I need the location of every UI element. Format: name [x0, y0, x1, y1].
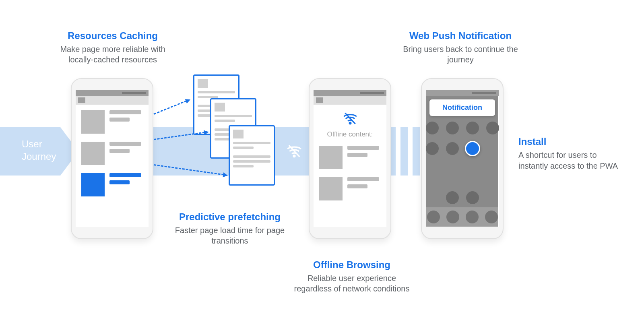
user-journey-line1: User	[22, 138, 42, 149]
label-install: Install A shortcut for users to instantl…	[518, 136, 623, 171]
app-icon	[466, 122, 479, 134]
wifi-off-icon	[284, 143, 304, 159]
app-icon	[486, 122, 499, 134]
app-icon	[466, 211, 479, 223]
phone-offline: Offline content:	[309, 78, 391, 239]
offline-content-label: Offline content:	[314, 130, 386, 138]
homescreen: Notification	[426, 96, 498, 227]
push-title: Web Push Notification	[396, 30, 525, 41]
list-item	[314, 138, 386, 171]
prefetch-sub: Faster page load time for page transitio…	[167, 225, 292, 246]
phone-install: Notification	[421, 78, 504, 239]
wifi-off-icon	[341, 111, 359, 126]
list-item-active	[76, 167, 149, 199]
app-icon	[426, 142, 439, 155]
phone-toolbar	[314, 96, 386, 105]
phone-offline-screen: Offline content:	[314, 90, 386, 227]
user-journey-label: User Journey	[22, 138, 56, 163]
app-icon	[485, 211, 498, 223]
prefetch-arrow	[153, 100, 187, 115]
install-sub: A shortcut for users to instantly access…	[518, 150, 623, 171]
caching-sub: Make page more reliable with locally-cac…	[48, 44, 177, 65]
app-icon	[446, 142, 459, 155]
phone-status-bar	[426, 90, 499, 96]
caching-title: Resources Caching	[48, 30, 177, 41]
app-icon	[446, 122, 459, 134]
app-icon	[426, 122, 439, 134]
app-icon-grid	[429, 122, 495, 155]
phone-status-bar	[314, 90, 386, 96]
app-icon	[446, 211, 459, 223]
list-item	[314, 171, 386, 203]
offline-title: Offline Browsing	[291, 259, 412, 271]
app-icon	[446, 191, 459, 204]
journey-dashes	[388, 127, 420, 176]
phone-status-bar	[76, 90, 149, 96]
label-caching: Resources Caching Make page more reliabl…	[48, 30, 177, 65]
prefetch-card	[229, 125, 275, 186]
install-title: Install	[518, 136, 623, 147]
label-prefetch: Predictive prefetching Faster page load …	[167, 211, 292, 246]
notification-banner: Notification	[429, 99, 495, 116]
user-journey-line2: Journey	[22, 151, 56, 162]
list-item	[76, 105, 149, 136]
app-icon	[427, 211, 440, 223]
app-dock	[426, 207, 498, 227]
phone-toolbar	[76, 96, 149, 105]
label-offline: Offline Browsing Reliable user experienc…	[291, 259, 412, 294]
pwa-app-icon	[465, 141, 480, 156]
phone-caching-screen	[76, 90, 149, 227]
svg-point-2	[349, 122, 351, 124]
label-push: Web Push Notification Bring users back t…	[396, 30, 525, 65]
list-item	[76, 136, 149, 167]
prefetch-title: Predictive prefetching	[167, 211, 292, 223]
svg-point-0	[293, 155, 295, 157]
app-icon	[466, 191, 479, 204]
phone-caching	[71, 78, 153, 239]
push-sub: Bring users back to continue the journey	[396, 44, 525, 65]
offline-sub: Reliable user experience regardless of n…	[291, 273, 412, 294]
